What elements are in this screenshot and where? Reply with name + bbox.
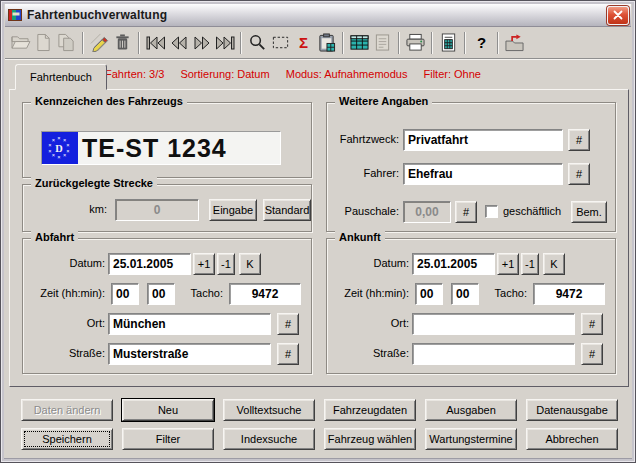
table-view-icon[interactable] [348,31,371,55]
app-icon [7,7,23,23]
pauschale-lookup-button[interactable]: # [455,201,477,223]
window-title: Fahrtenbuchverwaltung [27,8,607,22]
group-strecke: Zurückgelegte Strecke km: 0 Eingabe Stan… [22,184,312,232]
km-label: km: [43,203,107,215]
calculator-icon[interactable] [437,31,460,55]
ankunft-strasse-field[interactable] [412,343,575,365]
footer-buttons: Daten ändern Neu Volltextsuche Fahrzeugd… [21,399,627,450]
edit-icon[interactable] [88,31,111,55]
group-abfahrt-title: Abfahrt [31,231,78,243]
ankunft-datum-field[interactable]: 25.01.2005 [412,253,495,275]
svg-text:×: × [57,135,60,141]
first-record-icon[interactable] [144,31,167,55]
ankunft-ort-field[interactable] [412,313,575,335]
eu-band-icon: × × × × × × × × × × D [42,132,78,164]
ankunft-datum-label: Datum: [331,257,409,269]
sum-icon[interactable]: Σ [292,31,315,55]
print-icon[interactable] [404,31,427,55]
pauschale-field: 0,00 [403,201,451,223]
wartungstermine-button[interactable]: Wartungstermine [425,428,517,450]
bemerkung-button[interactable]: Bem. [571,201,607,223]
fahrzeugdaten-button[interactable]: Fahrzeugdaten [324,399,416,421]
fahrer-lookup-button[interactable]: # [568,163,590,185]
pauschale-label: Pauschale: [331,205,399,217]
fahrtzweck-lookup-button[interactable]: # [568,129,590,151]
fahrtzweck-field[interactable]: Privatfahrt [403,129,563,151]
abbrechen-button[interactable]: Abbrechen [526,428,618,450]
abfahrt-datum-field[interactable]: 25.01.2005 [108,253,191,275]
abfahrt-tacho-field[interactable]: 9472 [229,283,301,305]
abfahrt-stunde-field[interactable]: 00 [111,283,139,305]
ankunft-minute-field[interactable]: 00 [451,283,479,305]
standard-button[interactable]: Standard [263,199,311,221]
paste-icon[interactable] [315,31,338,55]
abfahrt-kalender-button[interactable]: K [239,253,261,275]
abfahrt-plus1-button[interactable]: +1 [193,253,215,275]
volltextsuche-button[interactable]: Volltextsuche [223,399,315,421]
status-filter: Filter: Ohne [423,68,480,80]
abfahrt-minus1-button[interactable]: -1 [217,253,235,275]
neu-button[interactable]: Neu [122,399,214,421]
group-kennzeichen-title: Kennzeichen des Fahrzeugs [31,95,187,107]
last-record-icon[interactable] [213,31,236,55]
report-icon[interactable] [371,31,394,55]
toolbar-separator [398,32,400,54]
fahrtzweck-label: Fahrtzweck: [331,133,399,145]
abfahrt-strasse-label: Straße: [27,347,105,359]
fahrzeug-waehlen-button[interactable]: Fahrzeug wählen [324,428,416,450]
toolbar-separator [82,32,84,54]
copy-icon[interactable] [55,31,78,55]
status-sortierung: Sortierung: Datum [180,68,269,80]
filter-button[interactable]: Filter [122,428,214,450]
svg-text:×: × [57,154,60,160]
selection-icon[interactable] [269,31,292,55]
abfahrt-datum-label: Datum: [27,257,105,269]
toolbar: Σ ? [5,27,631,59]
exit-icon[interactable] [503,31,526,55]
tab-fahrtenbuch[interactable]: Fahrtenbuch [15,64,107,90]
help-icon[interactable]: ? [470,31,493,55]
ankunft-plus1-button[interactable]: +1 [497,253,519,275]
speichern-button[interactable]: Speichern [21,428,113,450]
toolbar-separator [138,32,140,54]
geschaeftlich-label: geschäftlich [503,205,561,217]
tab-label: Fahrtenbuch [30,71,92,83]
ankunft-tacho-label: Tacho: [481,287,527,299]
daten-aendern-button: Daten ändern [21,399,113,421]
ausgaben-button[interactable]: Ausgaben [425,399,517,421]
search-icon[interactable] [246,31,269,55]
datenausgabe-button[interactable]: Datenausgabe [526,399,618,421]
indexsuche-button[interactable]: Indexsuche [223,428,315,450]
eingabe-button[interactable]: Eingabe [209,199,257,221]
geschaeftlich-checkbox[interactable] [485,205,498,218]
abfahrt-strasse-lookup-button[interactable]: # [277,343,299,365]
new-document-icon[interactable] [32,31,55,55]
abfahrt-strasse-field[interactable]: Musterstraße [108,343,271,365]
toolbar-separator [464,32,466,54]
ankunft-minus1-button[interactable]: -1 [521,253,539,275]
abfahrt-ort-lookup-button[interactable]: # [277,313,299,335]
group-strecke-title: Zurückgelegte Strecke [31,177,157,189]
abfahrt-ort-field[interactable]: München [108,313,271,335]
delete-icon[interactable] [111,31,134,55]
ankunft-strasse-lookup-button[interactable]: # [581,343,603,365]
plate-number: TE-ST 1234 [78,132,280,164]
ankunft-tacho-field[interactable]: 9472 [533,283,605,305]
toolbar-separator [497,32,499,54]
ankunft-ort-lookup-button[interactable]: # [581,313,603,335]
fahrer-field[interactable]: Ehefrau [403,163,563,185]
abfahrt-minute-field[interactable]: 00 [147,283,175,305]
open-icon[interactable] [9,31,32,55]
close-button[interactable] [607,6,629,25]
svg-text:×: × [66,148,69,154]
titlebar[interactable]: Fahrtenbuchverwaltung [5,4,631,27]
svg-text:×: × [52,137,55,143]
previous-record-icon[interactable] [167,31,190,55]
ankunft-kalender-button[interactable]: K [543,253,565,275]
abfahrt-ort-label: Ort: [27,317,105,329]
svg-text:×: × [48,148,51,154]
license-plate: × × × × × × × × × × D TE-ST 1234 [41,131,281,165]
next-record-icon[interactable] [190,31,213,55]
toolbar-separator [431,32,433,54]
ankunft-stunde-field[interactable]: 00 [415,283,443,305]
